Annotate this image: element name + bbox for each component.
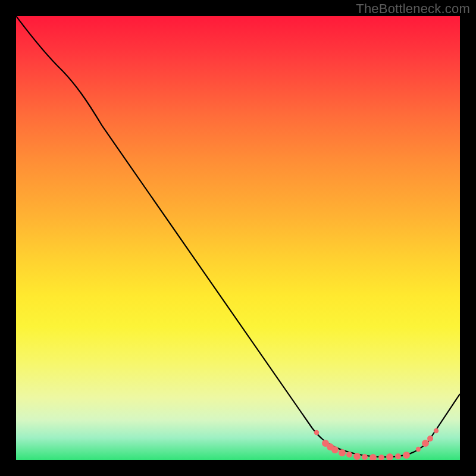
svg-point-6 [353,453,361,460]
svg-point-10 [386,453,393,460]
svg-point-13 [416,447,421,452]
svg-point-7 [362,454,368,460]
data-markers [314,428,439,460]
svg-point-14 [422,440,429,447]
curve-layer [16,16,460,460]
svg-point-9 [378,455,384,460]
bottleneck-curve [16,16,460,457]
svg-point-15 [427,436,433,441]
attribution-label: TheBottleneck.com [356,1,470,17]
svg-point-12 [403,452,410,459]
svg-point-0 [314,430,319,435]
svg-point-5 [346,452,352,458]
plot-area [16,16,460,460]
svg-point-16 [434,428,439,433]
chart-container: TheBottleneck.com [0,0,476,476]
svg-point-8 [369,454,377,460]
svg-point-11 [395,453,401,459]
svg-point-4 [339,449,346,456]
svg-point-3 [331,446,339,453]
